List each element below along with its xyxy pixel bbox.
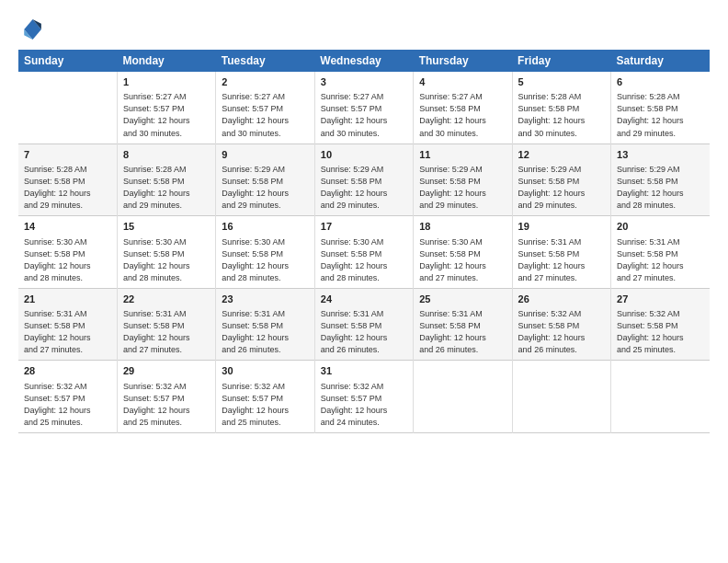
cell-info: Sunrise: 5:28 AM Sunset: 5:58 PM Dayligh… — [24, 164, 111, 212]
col-header-monday: Monday — [117, 50, 215, 72]
calendar-cell: 17Sunrise: 5:30 AM Sunset: 5:58 PM Dayli… — [314, 216, 413, 289]
day-number: 4 — [419, 75, 506, 89]
week-row-1: 7Sunrise: 5:28 AM Sunset: 5:58 PM Daylig… — [18, 144, 710, 216]
calendar-cell: 29Sunrise: 5:32 AM Sunset: 5:57 PM Dayli… — [117, 361, 215, 433]
day-number: 10 — [321, 148, 407, 162]
week-row-2: 14Sunrise: 5:30 AM Sunset: 5:58 PM Dayli… — [18, 216, 710, 289]
calendar-cell: 25Sunrise: 5:31 AM Sunset: 5:58 PM Dayli… — [414, 288, 512, 361]
calendar-cell: 31Sunrise: 5:32 AM Sunset: 5:57 PM Dayli… — [314, 361, 413, 433]
cell-info: Sunrise: 5:29 AM Sunset: 5:58 PM Dayligh… — [617, 164, 704, 212]
calendar-cell: 21Sunrise: 5:31 AM Sunset: 5:58 PM Dayli… — [18, 288, 117, 361]
day-number: 2 — [222, 75, 308, 89]
day-number: 25 — [419, 293, 506, 306]
calendar-cell: 2Sunrise: 5:27 AM Sunset: 5:57 PM Daylig… — [216, 72, 314, 144]
day-number: 23 — [222, 293, 308, 306]
cell-info: Sunrise: 5:27 AM Sunset: 5:57 PM Dayligh… — [222, 91, 308, 139]
calendar-cell: 14Sunrise: 5:30 AM Sunset: 5:58 PM Dayli… — [18, 216, 117, 289]
cell-info: Sunrise: 5:31 AM Sunset: 5:58 PM Dayligh… — [617, 236, 704, 284]
cell-info: Sunrise: 5:32 AM Sunset: 5:58 PM Dayligh… — [617, 308, 704, 356]
day-number: 26 — [518, 293, 605, 306]
col-header-friday: Friday — [512, 50, 610, 72]
day-number: 8 — [123, 148, 210, 162]
day-number: 16 — [222, 220, 308, 234]
cell-info: Sunrise: 5:32 AM Sunset: 5:57 PM Dayligh… — [222, 381, 308, 429]
calendar-cell: 13Sunrise: 5:29 AM Sunset: 5:58 PM Dayli… — [611, 144, 710, 216]
calendar-cell — [512, 361, 610, 433]
calendar-cell: 3Sunrise: 5:27 AM Sunset: 5:57 PM Daylig… — [314, 72, 413, 144]
cell-info: Sunrise: 5:28 AM Sunset: 5:58 PM Dayligh… — [617, 91, 704, 139]
cell-info: Sunrise: 5:31 AM Sunset: 5:58 PM Dayligh… — [321, 308, 407, 356]
cell-info: Sunrise: 5:31 AM Sunset: 5:58 PM Dayligh… — [222, 308, 308, 356]
day-number: 29 — [123, 364, 210, 378]
cell-info: Sunrise: 5:30 AM Sunset: 5:58 PM Dayligh… — [419, 236, 506, 284]
calendar-cell: 16Sunrise: 5:30 AM Sunset: 5:58 PM Dayli… — [216, 216, 314, 289]
calendar-cell: 10Sunrise: 5:29 AM Sunset: 5:58 PM Dayli… — [314, 144, 413, 216]
day-number: 18 — [419, 220, 506, 234]
cell-info: Sunrise: 5:30 AM Sunset: 5:58 PM Dayligh… — [321, 236, 407, 284]
day-number: 19 — [518, 220, 605, 234]
calendar-cell: 7Sunrise: 5:28 AM Sunset: 5:58 PM Daylig… — [18, 144, 117, 216]
calendar-cell: 28Sunrise: 5:32 AM Sunset: 5:57 PM Dayli… — [18, 361, 117, 433]
day-number: 14 — [24, 220, 111, 234]
calendar-cell: 27Sunrise: 5:32 AM Sunset: 5:58 PM Dayli… — [611, 288, 710, 361]
calendar-cell: 11Sunrise: 5:29 AM Sunset: 5:58 PM Dayli… — [414, 144, 512, 216]
cell-info: Sunrise: 5:30 AM Sunset: 5:58 PM Dayligh… — [24, 236, 111, 284]
cell-info: Sunrise: 5:29 AM Sunset: 5:58 PM Dayligh… — [321, 164, 407, 212]
logo-icon — [18, 17, 44, 42]
cell-info: Sunrise: 5:30 AM Sunset: 5:58 PM Dayligh… — [222, 236, 308, 284]
day-number: 21 — [24, 293, 111, 306]
calendar-cell — [18, 72, 117, 144]
calendar-cell: 1Sunrise: 5:27 AM Sunset: 5:57 PM Daylig… — [117, 72, 215, 144]
calendar-cell: 15Sunrise: 5:30 AM Sunset: 5:58 PM Dayli… — [117, 216, 215, 289]
calendar-cell: 26Sunrise: 5:32 AM Sunset: 5:58 PM Dayli… — [512, 288, 610, 361]
cell-info: Sunrise: 5:29 AM Sunset: 5:58 PM Dayligh… — [419, 164, 506, 212]
day-number: 1 — [123, 75, 210, 89]
cell-info: Sunrise: 5:31 AM Sunset: 5:58 PM Dayligh… — [419, 308, 506, 356]
page: SundayMondayTuesdayWednesdayThursdayFrid… — [0, 0, 728, 563]
cell-info: Sunrise: 5:27 AM Sunset: 5:57 PM Dayligh… — [321, 91, 407, 139]
day-number: 9 — [222, 148, 308, 162]
week-row-0: 1Sunrise: 5:27 AM Sunset: 5:57 PM Daylig… — [18, 72, 710, 144]
logo — [18, 17, 48, 42]
day-number: 6 — [617, 75, 704, 89]
week-row-4: 28Sunrise: 5:32 AM Sunset: 5:57 PM Dayli… — [18, 361, 710, 433]
calendar-cell: 5Sunrise: 5:28 AM Sunset: 5:58 PM Daylig… — [512, 72, 610, 144]
calendar-cell — [611, 361, 710, 433]
calendar-cell: 18Sunrise: 5:30 AM Sunset: 5:58 PM Dayli… — [414, 216, 512, 289]
col-header-thursday: Thursday — [414, 50, 512, 72]
calendar-cell: 24Sunrise: 5:31 AM Sunset: 5:58 PM Dayli… — [314, 288, 413, 361]
day-number: 27 — [617, 293, 704, 306]
col-header-wednesday: Wednesday — [314, 50, 413, 72]
day-number: 22 — [123, 293, 210, 306]
calendar-cell: 12Sunrise: 5:29 AM Sunset: 5:58 PM Dayli… — [512, 144, 610, 216]
cell-info: Sunrise: 5:31 AM Sunset: 5:58 PM Dayligh… — [518, 236, 605, 284]
cell-info: Sunrise: 5:28 AM Sunset: 5:58 PM Dayligh… — [518, 91, 605, 139]
day-number: 3 — [321, 75, 407, 89]
cell-info: Sunrise: 5:27 AM Sunset: 5:58 PM Dayligh… — [419, 91, 506, 139]
day-number: 20 — [617, 220, 704, 234]
svg-marker-0 — [24, 19, 41, 40]
calendar-cell: 22Sunrise: 5:31 AM Sunset: 5:58 PM Dayli… — [117, 288, 215, 361]
calendar-cell: 4Sunrise: 5:27 AM Sunset: 5:58 PM Daylig… — [414, 72, 512, 144]
calendar-cell: 6Sunrise: 5:28 AM Sunset: 5:58 PM Daylig… — [611, 72, 710, 144]
day-number: 24 — [321, 293, 407, 306]
col-header-saturday: Saturday — [611, 50, 710, 72]
cell-info: Sunrise: 5:32 AM Sunset: 5:57 PM Dayligh… — [24, 381, 111, 429]
calendar-cell — [414, 361, 512, 433]
calendar-table: SundayMondayTuesdayWednesdayThursdayFrid… — [18, 50, 710, 433]
day-number: 7 — [24, 148, 111, 162]
cell-info: Sunrise: 5:31 AM Sunset: 5:58 PM Dayligh… — [123, 308, 210, 356]
cell-info: Sunrise: 5:28 AM Sunset: 5:58 PM Dayligh… — [123, 164, 210, 212]
day-number: 12 — [518, 148, 605, 162]
day-number: 11 — [419, 148, 506, 162]
day-number: 15 — [123, 220, 210, 234]
cell-info: Sunrise: 5:32 AM Sunset: 5:57 PM Dayligh… — [123, 381, 210, 429]
week-row-3: 21Sunrise: 5:31 AM Sunset: 5:58 PM Dayli… — [18, 288, 710, 361]
day-number: 17 — [321, 220, 407, 234]
cell-info: Sunrise: 5:29 AM Sunset: 5:58 PM Dayligh… — [222, 164, 308, 212]
calendar-cell: 19Sunrise: 5:31 AM Sunset: 5:58 PM Dayli… — [512, 216, 610, 289]
day-number: 31 — [321, 364, 407, 378]
calendar-cell: 23Sunrise: 5:31 AM Sunset: 5:58 PM Dayli… — [216, 288, 314, 361]
col-header-tuesday: Tuesday — [216, 50, 314, 72]
cell-info: Sunrise: 5:29 AM Sunset: 5:58 PM Dayligh… — [518, 164, 605, 212]
